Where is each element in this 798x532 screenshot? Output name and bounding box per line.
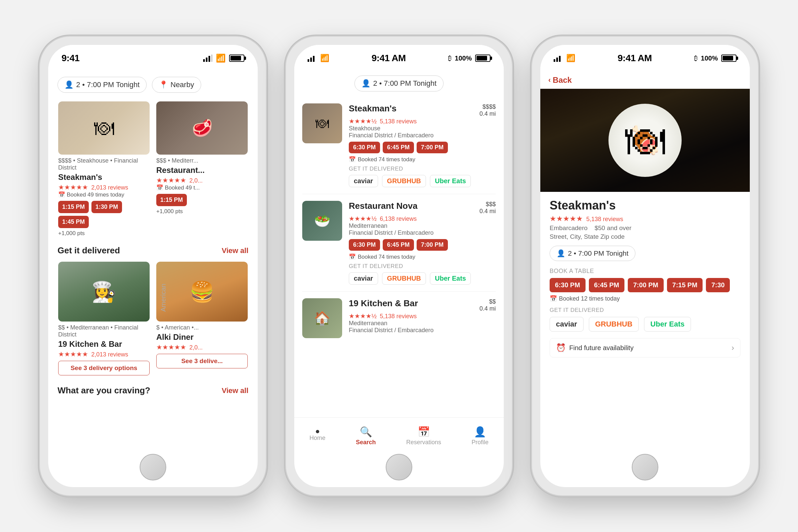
- person-icon: 👤: [474, 426, 486, 438]
- time-slot[interactable]: 1:30 PM: [92, 201, 122, 213]
- restaurant-stars-1: ★★★★★ 2,013 reviews: [58, 183, 150, 191]
- nav-reservations[interactable]: 📅 Reservations: [400, 423, 448, 449]
- delivery-logos-2: caviar GRUBHUB Uber Eats: [349, 272, 496, 285]
- time-slot[interactable]: 1:15 PM: [156, 194, 187, 206]
- ubereats-logo-1[interactable]: Uber Eats: [430, 175, 471, 187]
- delivery-meta-2: $ • American •...: [156, 324, 248, 331]
- nav-search[interactable]: 🔍 Search: [349, 423, 382, 449]
- restaurant-booked-1: 📅 Booked 49 times today: [58, 191, 150, 198]
- result-stars-3: ★★★★½ 5,138 reviews: [349, 312, 496, 320]
- result-booked-1: 📅 Booked 74 times today: [349, 156, 496, 163]
- result-slots-2: 6:30 PM 6:45 PM 7:00 PM: [349, 239, 496, 251]
- detail-guests-filter[interactable]: 👤 2 • 7:00 PM Tonight: [550, 246, 635, 261]
- detail-location: Embarcadero $50 and over: [550, 225, 740, 232]
- home-button-3[interactable]: [632, 454, 658, 480]
- home-button-2[interactable]: [386, 454, 412, 480]
- detail-content: Steakman's ★★★★★ 5,138 reviews Embarcade…: [540, 192, 750, 454]
- signal-icon: [203, 55, 212, 62]
- result-slots-1: 6:30 PM 6:45 PM 7:00 PM: [349, 141, 496, 153]
- get-delivered-label-2: GET IT DELIVERED: [349, 263, 496, 270]
- ubereats-logo-2[interactable]: Uber Eats: [430, 272, 471, 285]
- delivery-grid: $$ • Mediterranean • Financial District …: [48, 258, 258, 379]
- restaurant-thumb-2: [302, 201, 342, 241]
- restaurant-card-1[interactable]: $$$$ • Steakhouse • Financial District S…: [55, 98, 153, 240]
- slot[interactable]: 6:30 PM: [349, 239, 380, 251]
- svg-rect-5: [310, 58, 312, 62]
- delivery-meta-1: $$ • Mediterranean • Financial District: [58, 324, 150, 338]
- search-result-2[interactable]: Restaurant Nova $$$ 0.4 mi ★★★★½ 6,138 r…: [302, 194, 496, 291]
- grubhub-logo-3[interactable]: GRUBHUB: [589, 317, 639, 331]
- scene: 9:41 📶: [0, 0, 798, 532]
- detail-slot[interactable]: 6:45 PM: [589, 278, 625, 292]
- bottom-nav-2: Home 🔍 Search 📅 Reservations 👤 Profile: [294, 417, 504, 454]
- delivery-section-header: Get it delivered View all: [48, 240, 258, 258]
- grubhub-logo-2[interactable]: GRUBHUB: [382, 272, 426, 285]
- svg-rect-6: [313, 56, 315, 62]
- detail-slot[interactable]: 6:30 PM: [550, 278, 586, 292]
- detail-slot[interactable]: 7:00 PM: [628, 278, 664, 292]
- detail-slot[interactable]: 7:30: [706, 278, 730, 292]
- restaurant-booked-2: 📅 Booked 49 t...: [156, 184, 248, 191]
- battery-icon-3: [721, 55, 737, 62]
- time-slot[interactable]: 1:15 PM: [58, 201, 89, 213]
- back-button[interactable]: ‹ Back: [540, 72, 750, 89]
- caviar-logo-2[interactable]: caviar: [349, 272, 378, 285]
- detail-slot[interactable]: 7:15 PM: [667, 278, 703, 292]
- slot[interactable]: 6:45 PM: [383, 239, 414, 251]
- detail-time-slots: 6:30 PM 6:45 PM 7:00 PM 7:15 PM 7:30: [550, 278, 740, 292]
- result-name-1: Steakman's: [349, 103, 396, 114]
- delivery-card-1[interactable]: $$ • Mediterranean • Financial District …: [55, 258, 153, 379]
- signal-icon-3: [554, 55, 563, 62]
- detail-address: Street, City, State Zip code: [550, 233, 740, 241]
- search-results-list: Steakman's $$$$ 0.4 mi ★★★★½ 5,138 revie…: [294, 97, 504, 417]
- svg-rect-8: [556, 58, 558, 62]
- craving-view-all[interactable]: View all: [222, 386, 248, 395]
- delivery-stars-1: ★★★★★ 2,013 reviews: [58, 350, 150, 358]
- nav-home[interactable]: Home: [303, 427, 332, 444]
- delivery-view-all[interactable]: View all: [222, 246, 248, 255]
- slot[interactable]: 7:00 PM: [417, 141, 448, 153]
- detail-info: Steakman's ★★★★★ 5,138 reviews Embarcade…: [540, 192, 750, 364]
- time-slots-2: 1:15 PM: [156, 194, 248, 206]
- phone-1: 9:41 📶: [40, 37, 266, 495]
- guests-label: 2 • 7:00 PM Tonight: [76, 80, 140, 89]
- guests-icon-3: 👤: [557, 249, 565, 258]
- delivery-image-1: [58, 262, 150, 322]
- clock-icon: ⏰: [556, 343, 566, 353]
- delivery-image-2: American: [156, 262, 248, 322]
- result-cuisine-3: Mediterranean Financial District / Embar…: [349, 320, 496, 334]
- guests-filter-2[interactable]: 👤 2 • 7:00 PM Tonight: [355, 75, 443, 92]
- status-icons-right-3: ₿ 100%: [694, 55, 737, 62]
- detail-delivery-label: GET IT DELIVERED: [550, 307, 740, 314]
- delivery-card-2[interactable]: American $ • American •... Alki Diner ★★…: [153, 258, 251, 379]
- find-avail-label: Find future availability: [569, 344, 633, 352]
- time-slot[interactable]: 1:45 PM: [58, 216, 89, 228]
- svg-rect-3: [211, 55, 212, 62]
- svg-rect-1: [206, 58, 208, 62]
- nav-profile[interactable]: 👤 Profile: [465, 423, 495, 449]
- caviar-logo-3[interactable]: caviar: [550, 317, 584, 331]
- home-button-1[interactable]: [140, 454, 166, 480]
- phone-2: 📶 9:41 AM ₿ 100% 👤 2 • 7:00 PM Tonight: [286, 37, 512, 495]
- restaurant-image-2: [156, 101, 248, 155]
- caviar-logo-1[interactable]: caviar: [349, 175, 378, 187]
- find-availability[interactable]: ⏰ Find future availability ›: [550, 338, 740, 358]
- guests-filter[interactable]: 👤 2 • 7:00 PM Tonight: [58, 77, 147, 93]
- slot[interactable]: 6:30 PM: [349, 141, 380, 153]
- nav-search-label: Search: [356, 439, 376, 446]
- see-delivery-options-1[interactable]: See 3 delivery options: [58, 361, 150, 375]
- wifi-icon-3: 📶: [566, 54, 575, 62]
- ubereats-logo-3[interactable]: Uber Eats: [644, 317, 691, 331]
- slot[interactable]: 7:00 PM: [417, 239, 448, 251]
- delivery-name-1: 19 Kitchen & Bar: [58, 340, 150, 349]
- restaurant-info-1: Steakman's $$$$ 0.4 mi ★★★★½ 5,138 revie…: [349, 103, 496, 187]
- see-delivery-options-2[interactable]: See 3 delive...: [156, 354, 248, 368]
- slot[interactable]: 6:45 PM: [383, 141, 414, 153]
- restaurant-image-1: [58, 101, 150, 155]
- restaurant-card-2[interactable]: $$$ • Mediterr... Restaurant... ★★★★★ 2,…: [153, 98, 251, 240]
- grubhub-logo-1[interactable]: GRUBHUB: [382, 175, 426, 187]
- location-filter[interactable]: 📍 Nearby: [152, 77, 201, 93]
- search-result-3[interactable]: 19 Kitchen & Bar $$ 0.4 mi ★★★★½ 5,138 r…: [302, 291, 496, 345]
- search-icon: 🔍: [360, 426, 372, 438]
- search-result-1[interactable]: Steakman's $$$$ 0.4 mi ★★★★½ 5,138 revie…: [302, 97, 496, 194]
